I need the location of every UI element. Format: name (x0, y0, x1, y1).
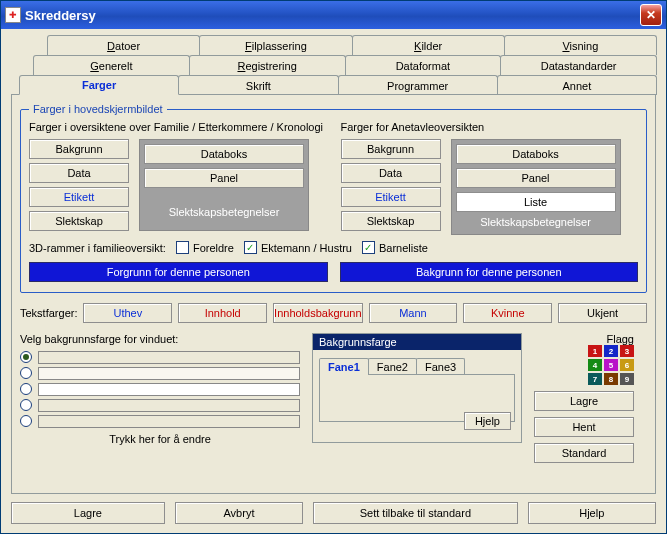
radio-option-3[interactable] (20, 381, 300, 397)
radio-icon (20, 367, 32, 379)
flagg-cell[interactable]: 7 (588, 373, 602, 385)
radio-option-4[interactable] (20, 397, 300, 413)
btn-innholdsbakgrunn[interactable]: Innholdsbakgrunn (273, 303, 362, 323)
flagg-cell[interactable]: 3 (620, 345, 634, 357)
btn-slektskap-right[interactable]: Slektskap (341, 211, 441, 231)
btn-hjelp[interactable]: Hjelp (528, 502, 656, 524)
right-preview-panel: Databoks Panel Liste Slektskapsbetegnels… (451, 139, 621, 235)
btn-databoks-left[interactable]: Databoks (144, 144, 304, 164)
tab-skrift[interactable]: Skrift (178, 75, 338, 95)
left-preview-panel: Databoks Panel Slektskapsbetegnelser (139, 139, 309, 231)
btn-bakgrunn-right[interactable]: Bakgrunn (341, 139, 441, 159)
btn-panel-left[interactable]: Panel (144, 168, 304, 188)
flagg-grid[interactable]: 1 2 3 4 5 6 7 8 9 (534, 345, 634, 385)
content: Datoer Filplassering Kilder Visning Gene… (1, 29, 666, 533)
tab-datoer[interactable]: Datoer (47, 35, 200, 55)
btn-etikett-right[interactable]: Etikett (341, 187, 441, 207)
checkbox-icon (176, 241, 189, 254)
flagg-cell[interactable]: 4 (588, 359, 602, 371)
btn-sett-standard[interactable]: Sett tilbake til standard (313, 502, 517, 524)
radio-icon (20, 399, 32, 411)
preview-window: Bakgrunnsfarge Fane1 Fane2 Fane3 Hjelp (312, 333, 522, 443)
label-trykk-endre: Trykk her for å endre (20, 433, 300, 445)
tab-panel-farger: Farger i hovedskjermbildet Farger i over… (11, 94, 656, 494)
check-foreldre[interactable]: Foreldre (176, 241, 234, 254)
flagg-cell[interactable]: 1 (588, 345, 602, 357)
color-swatch (38, 351, 300, 364)
flagg-cell[interactable]: 5 (604, 359, 618, 371)
label-tekstfarger: Tekstfarger: (20, 307, 77, 319)
radio-icon (20, 415, 32, 427)
tab-filplassering[interactable]: Filplassering (199, 35, 352, 55)
preview-tab-3[interactable]: Fane3 (416, 358, 465, 375)
color-swatch (38, 415, 300, 428)
btn-data-left[interactable]: Data (29, 163, 129, 183)
color-swatch (38, 383, 300, 396)
label-flagg: Flagg (534, 333, 634, 345)
check-ektemann[interactable]: ✓ Ektemann / Hustru (244, 241, 352, 254)
window-title: Skreddersy (25, 8, 640, 23)
right-header: Farger for Anetavleoversikten (341, 121, 639, 133)
label-slektskapsbetegnelser-left: Slektskapsbetegnelser (144, 206, 304, 218)
btn-panel-right[interactable]: Panel (456, 168, 616, 188)
checkbox-icon: ✓ (244, 241, 257, 254)
label-slektskapsbetegnelser-right: Slektskapsbetegnelser (456, 216, 616, 228)
btn-hent-side[interactable]: Hent (534, 417, 634, 437)
radio-option-1[interactable] (20, 349, 300, 365)
radio-option-2[interactable] (20, 365, 300, 381)
btn-innhold[interactable]: Innhold (178, 303, 267, 323)
btn-mann[interactable]: Mann (369, 303, 458, 323)
checkbox-icon: ✓ (362, 241, 375, 254)
tab-programmer[interactable]: Programmer (338, 75, 498, 95)
check-barneliste[interactable]: ✓ Barneliste (362, 241, 428, 254)
btn-slektskap-left[interactable]: Slektskap (29, 211, 129, 231)
btn-databoks-right[interactable]: Databoks (456, 144, 616, 164)
btn-bakgrunn-left[interactable]: Bakgrunn (29, 139, 129, 159)
tab-kilder[interactable]: Kilder (352, 35, 505, 55)
label-3d-rammer: 3D-rammer i familieoversikt: (29, 242, 166, 254)
tab-generelt[interactable]: Generelt (33, 55, 190, 75)
preview-title: Bakgrunnsfarge (313, 334, 521, 350)
preview-tab-2[interactable]: Fane2 (368, 358, 417, 375)
titlebar: ✚ Skreddersy ✕ (1, 1, 666, 29)
btn-standard-side[interactable]: Standard (534, 443, 634, 463)
tab-visning[interactable]: Visning (504, 35, 657, 55)
tab-datastandarder[interactable]: Datastandarder (500, 55, 657, 75)
flagg-cell[interactable]: 8 (604, 373, 618, 385)
flagg-cell[interactable]: 9 (620, 373, 634, 385)
btn-ukjent[interactable]: Ukjent (558, 303, 647, 323)
flagg-cell[interactable]: 2 (604, 345, 618, 357)
window: ✚ Skreddersy ✕ Datoer Filplassering Kild… (0, 0, 667, 534)
radio-option-5[interactable] (20, 413, 300, 429)
app-icon: ✚ (5, 7, 21, 23)
color-swatch (38, 399, 300, 412)
preview-hjelp-button[interactable]: Hjelp (464, 412, 511, 430)
color-swatch (38, 367, 300, 380)
group-hovedskjerm: Farger i hovedskjermbildet Farger i over… (20, 103, 647, 293)
btn-data-right[interactable]: Data (341, 163, 441, 183)
tab-registrering[interactable]: Registrering (189, 55, 346, 75)
btn-liste-right[interactable]: Liste (456, 192, 616, 212)
btn-avbryt[interactable]: Avbryt (175, 502, 303, 524)
radio-icon (20, 383, 32, 395)
tab-dataformat[interactable]: Dataformat (345, 55, 502, 75)
btn-kvinne[interactable]: Kvinne (463, 303, 552, 323)
btn-uthev[interactable]: Uthev (83, 303, 172, 323)
btn-lagre-side[interactable]: Lagre (534, 391, 634, 411)
group-legend: Farger i hovedskjermbildet (29, 103, 167, 115)
preview-tab-1[interactable]: Fane1 (319, 358, 369, 375)
tab-stack: Datoer Filplassering Kilder Visning Gene… (11, 35, 656, 494)
radio-icon (20, 351, 32, 363)
flagg-cell[interactable]: 6 (620, 359, 634, 371)
btn-bakgrunn-person[interactable]: Bakgrunn for denne personen (340, 262, 639, 282)
btn-etikett-left[interactable]: Etikett (29, 187, 129, 207)
label-velg-bakgrunn: Velg bakgrunnsfarge for vinduet: (20, 333, 300, 345)
btn-lagre[interactable]: Lagre (11, 502, 165, 524)
tab-annet[interactable]: Annet (497, 75, 657, 95)
bg-color-selector: Velg bakgrunnsfarge for vinduet: Trykk h… (20, 333, 300, 463)
tab-farger[interactable]: Farger (19, 75, 179, 95)
left-header: Farger i oversiktene over Familie / Ette… (29, 121, 327, 133)
close-button[interactable]: ✕ (640, 4, 662, 26)
btn-forgrunn-person[interactable]: Forgrunn for denne personen (29, 262, 328, 282)
